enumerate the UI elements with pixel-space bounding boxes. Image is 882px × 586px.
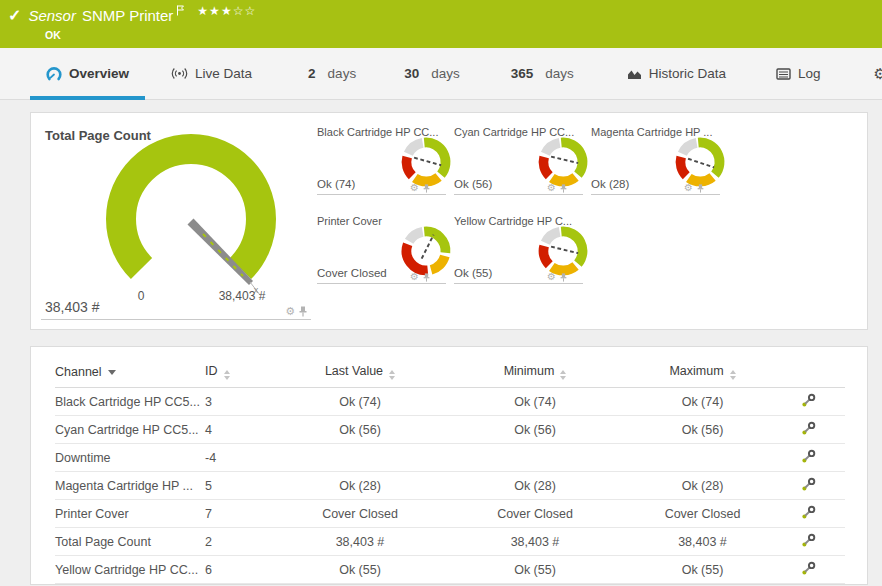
tab-live-data-label: Live Data <box>195 66 252 81</box>
table-row[interactable]: Total Page Count 2 38,403 # 38,403 # 38,… <box>55 528 845 556</box>
gauge-min-label: 0 <box>138 289 145 303</box>
sort-descending-icon <box>108 370 116 375</box>
channel-table-panel: Channel ID Last Value Minimum Maximum Bl… <box>30 346 868 585</box>
column-label: Last Value <box>325 364 383 378</box>
gauge-tile-printer-cover[interactable]: Printer Cover Cover Closed ⚙ <box>317 215 446 284</box>
gauge-tile-black-cartridge[interactable]: Black Cartridge HP CC... Ok (74) ⚙ <box>317 126 446 195</box>
pin-icon[interactable] <box>423 184 430 193</box>
gauge-tile-cyan-cartridge[interactable]: Cyan Cartridge HP CC... Ok (56) ⚙ <box>454 126 583 195</box>
gauge-settings-gear-icon[interactable]: ⚙ <box>285 306 295 317</box>
channel-settings-wrench-icon[interactable] <box>801 449 816 464</box>
tab-bar: Overview Live Data 2days 30days 365days … <box>0 48 882 100</box>
table-row[interactable]: Black Cartridge HP CC5... 3 Ok (74) Ok (… <box>55 388 845 416</box>
table-row[interactable]: Cyan Cartridge HP CC5... 4 Ok (56) Ok (5… <box>55 416 845 444</box>
gauge-settings-gear-icon[interactable]: ⚙ <box>547 272 556 282</box>
gauge-max-label: 38,403 # <box>219 289 266 303</box>
tab-log-label: Log <box>798 66 821 81</box>
pin-icon[interactable] <box>697 184 704 193</box>
sort-icon <box>224 370 230 380</box>
pin-icon[interactable] <box>299 306 307 317</box>
column-header-id[interactable]: ID <box>205 357 280 388</box>
tab-365-days[interactable]: 365days <box>511 48 574 99</box>
gauge-settings-gear-icon[interactable]: ⚙ <box>410 183 419 193</box>
tile-value: Ok (56) <box>454 178 492 190</box>
cell-minimum: 38,403 # <box>440 528 630 556</box>
tab-settings[interactable]: ⚙ Settings <box>874 48 882 99</box>
gauge-tile-magenta-cartridge[interactable]: Magenta Cartridge HP ... Ok (28) ⚙ <box>591 126 720 195</box>
donut-gauge <box>400 225 452 277</box>
column-header-actions <box>775 357 845 388</box>
tab-historic-data-label: Historic Data <box>649 66 726 81</box>
gauge-tile-yellow-cartridge[interactable]: Yellow Cartridge HP C... Ok (55) ⚙ <box>454 215 583 284</box>
cell-actions <box>775 444 845 472</box>
table-row[interactable]: Downtime -4 <box>55 444 845 472</box>
cell-channel: Cyan Cartridge HP CC5... <box>55 416 205 444</box>
status-ok-check-icon: ✓ <box>8 6 21 25</box>
column-header-channel[interactable]: Channel <box>55 357 205 388</box>
channel-settings-wrench-icon[interactable] <box>801 393 816 408</box>
tab-30-days[interactable]: 30days <box>404 48 460 99</box>
cell-minimum: Ok (55) <box>440 556 630 584</box>
prtg-sensor-page: ✓ Sensor SNMP Printer ★★★☆☆ OK Overview <box>0 0 882 586</box>
table-row[interactable]: Magenta Cartridge HP ... 5 Ok (28) Ok (2… <box>55 472 845 500</box>
table-row[interactable]: Printer Cover 7 Cover Closed Cover Close… <box>55 500 845 528</box>
pin-icon[interactable] <box>560 184 567 193</box>
channel-settings-wrench-icon[interactable] <box>801 505 816 520</box>
cell-id: 3 <box>205 388 280 416</box>
tab-30-days-number: 30 <box>404 66 419 81</box>
column-header-maximum[interactable]: Maximum <box>630 357 775 388</box>
cell-id: 6 <box>205 556 280 584</box>
cell-maximum: Ok (55) <box>630 556 775 584</box>
cell-id: 2 <box>205 528 280 556</box>
cell-maximum <box>630 444 775 472</box>
tile-value: Cover Closed <box>317 267 387 279</box>
channel-table: Channel ID Last Value Minimum Maximum Bl… <box>55 357 845 584</box>
donut-gauge <box>537 136 589 188</box>
column-header-minimum[interactable]: Minimum <box>440 357 630 388</box>
cell-minimum <box>440 444 630 472</box>
column-label: Maximum <box>669 364 723 378</box>
cell-maximum: Ok (74) <box>630 388 775 416</box>
priority-stars[interactable]: ★★★☆☆ <box>197 4 256 18</box>
cell-channel: Total Page Count <box>55 528 205 556</box>
cell-last-value: Ok (55) <box>280 556 440 584</box>
cell-maximum: Cover Closed <box>630 500 775 528</box>
tab-overview[interactable]: Overview <box>30 48 145 99</box>
broadcast-icon <box>171 67 188 80</box>
tile-value: Ok (74) <box>317 178 355 190</box>
gauge-settings-gear-icon[interactable]: ⚙ <box>410 272 419 282</box>
cell-minimum: Ok (56) <box>440 416 630 444</box>
cell-channel: Black Cartridge HP CC5... <box>55 388 205 416</box>
cell-minimum: Ok (28) <box>440 472 630 500</box>
tab-2-days[interactable]: 2days <box>308 48 356 99</box>
channel-settings-wrench-icon[interactable] <box>801 533 816 548</box>
tile-value: Ok (55) <box>454 267 492 279</box>
cell-maximum: Ok (56) <box>630 416 775 444</box>
column-header-last-value[interactable]: Last Value <box>280 357 440 388</box>
tab-log[interactable]: Log <box>776 48 821 99</box>
column-label: Channel <box>55 365 102 379</box>
main-content: Total Page Count x 0 38,403 # 38,403 # ⚙ <box>0 100 882 585</box>
gauge-settings-gear-icon[interactable]: ⚙ <box>547 183 556 193</box>
pin-icon[interactable] <box>423 273 430 282</box>
table-row[interactable]: Yellow Cartridge HP CC... 6 Ok (55) Ok (… <box>55 556 845 584</box>
channel-settings-wrench-icon[interactable] <box>801 421 816 436</box>
column-label: ID <box>205 364 218 378</box>
flag-icon[interactable] <box>176 2 185 20</box>
area-chart-icon <box>627 67 642 80</box>
tab-2-days-number: 2 <box>308 66 316 81</box>
cell-maximum: Ok (28) <box>630 472 775 500</box>
sort-icon <box>560 370 566 380</box>
cell-maximum: 38,403 # <box>630 528 775 556</box>
channel-settings-wrench-icon[interactable] <box>801 477 816 492</box>
log-icon <box>776 68 791 80</box>
pin-icon[interactable] <box>560 273 567 282</box>
tab-live-data[interactable]: Live Data <box>171 48 252 99</box>
cell-actions <box>775 500 845 528</box>
gauge-settings-gear-icon[interactable]: ⚙ <box>684 183 693 193</box>
cell-actions <box>775 388 845 416</box>
cell-last-value: Ok (74) <box>280 388 440 416</box>
channel-settings-wrench-icon[interactable] <box>801 561 816 576</box>
total-page-count-gauge[interactable]: Total Page Count x 0 38,403 # 38,403 # ⚙ <box>41 123 311 320</box>
tab-historic-data[interactable]: Historic Data <box>627 48 726 99</box>
